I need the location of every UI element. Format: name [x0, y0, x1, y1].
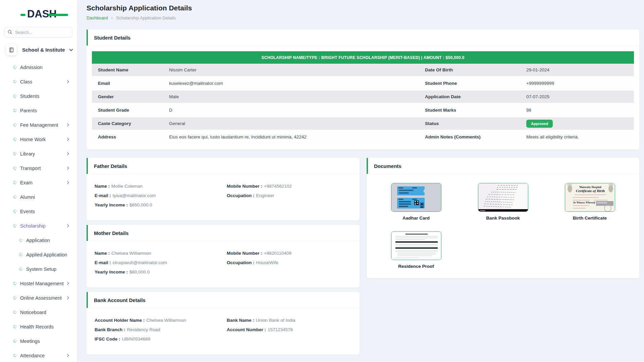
- sidebar-item[interactable]: Online Assessment: [0, 291, 77, 305]
- mother-occupation: HouseWife: [256, 260, 278, 265]
- bullet-ring-icon: [19, 253, 23, 256]
- bank-name: Union Bank of India: [256, 318, 296, 323]
- row-value: Meets all eligibility criteria.: [526, 134, 634, 139]
- table-row: Student Name Nissim Carter Date Of Birth…: [92, 64, 634, 77]
- sidebar-item[interactable]: Meetings: [0, 334, 77, 348]
- row-label: Status: [419, 121, 526, 126]
- sidebar-item[interactable]: Parents: [0, 103, 77, 118]
- residence-proof-thumbnail: [391, 231, 441, 260]
- bullet-ring-icon: [19, 238, 23, 242]
- row-value: Eius eos facere qui, Iusto laudantium re…: [169, 134, 419, 139]
- account-number: 1571234578: [268, 327, 293, 332]
- row-label: Student Grade: [92, 108, 169, 113]
- sidebar-item[interactable]: Attendance: [0, 348, 77, 362]
- bullet-ring-icon: [13, 123, 17, 127]
- bullet-ring-icon: [13, 339, 17, 343]
- row-value: 07-07-2025: [526, 94, 634, 99]
- father-mobile: +9874562102: [264, 184, 292, 189]
- row-label: Admin Notes (Comments): [419, 134, 526, 139]
- ifsc-code: UBIN0534689: [122, 337, 151, 342]
- mother-email: ciruqowuh@mailinator.com: [113, 260, 167, 265]
- sidebar-section-label: School & Institute: [22, 47, 65, 53]
- document-label: Aadhar Card: [402, 216, 430, 221]
- chevron-right-icon: [66, 123, 69, 127]
- card-title: Bank Account Details: [87, 292, 360, 308]
- table-row: Email kuxelexez@mailinator.com Student P…: [92, 77, 634, 90]
- mother-details-card: Mother Details Name :Chelsea Williamson …: [87, 225, 360, 288]
- sidebar-item[interactable]: Class: [0, 74, 77, 89]
- father-email: tywa@mailinator.com: [113, 193, 156, 198]
- chevron-right-icon: [66, 224, 69, 228]
- breadcrumb: Dashboard › Scholarship Application Deta…: [87, 15, 639, 20]
- sidebar-item[interactable]: Exam: [0, 175, 77, 190]
- sidebar-item[interactable]: Scholarship: [0, 219, 77, 233]
- breadcrumb-dashboard-link[interactable]: Dashboard: [87, 15, 108, 20]
- bullet-ring-icon: [13, 166, 17, 170]
- row-value: Nissim Carter: [169, 67, 419, 72]
- row-label: Student Phone: [419, 81, 526, 86]
- sidebar-item[interactable]: System Setup: [0, 262, 77, 276]
- father-details-card: Father Details Name :Mollie Coleman E-ma…: [87, 158, 360, 221]
- logo-dash-icon: [48, 14, 68, 16]
- bullet-ring-icon: [19, 267, 23, 271]
- bank-account-details-card: Bank Account Details Account Holder Name…: [87, 292, 360, 355]
- document-label: Birth Certificate: [573, 216, 607, 221]
- chevron-right-icon: [66, 296, 69, 300]
- aadhar-card-thumbnail: [391, 183, 441, 212]
- sidebar-item[interactable]: Health Records: [0, 319, 77, 334]
- sidebar-item[interactable]: Fee Management: [0, 118, 77, 132]
- sidebar-item[interactable]: Home Work: [0, 132, 77, 146]
- bullet-ring-icon: [13, 137, 17, 141]
- row-label: Email: [92, 81, 169, 86]
- card-title: Student Details: [87, 29, 639, 46]
- svg-text:In Witness Whereof: In Witness Whereof: [573, 201, 596, 204]
- status-badge: Approved: [526, 120, 553, 128]
- card-title: Documents: [367, 158, 639, 174]
- row-label: Student Marks: [419, 108, 526, 113]
- row-value: Male: [169, 94, 419, 99]
- document-birth-certificate[interactable]: Maternity Hospital Certificate of Birth: [565, 183, 615, 221]
- row-label: Date Of Birth: [419, 67, 526, 72]
- document-label: Residence Proof: [398, 264, 434, 269]
- document-label: Bank Passbook: [486, 216, 520, 221]
- sidebar-item[interactable]: Transport: [0, 161, 77, 175]
- card-title: Father Details: [87, 158, 360, 174]
- sidebar-section-school-institute[interactable]: School & Institute: [6, 44, 72, 55]
- table-row: Caste Category General Status Approved: [92, 117, 634, 131]
- sidebar-item[interactable]: Application: [0, 233, 77, 247]
- sidebar-item[interactable]: Hostel Management: [0, 276, 77, 291]
- bullet-ring-icon: [13, 195, 17, 199]
- notebook-icon: [6, 44, 17, 55]
- sidebar-item[interactable]: Events: [0, 204, 77, 219]
- documents-card: Documents: [367, 158, 639, 278]
- sidebar-item[interactable]: Students: [0, 89, 77, 103]
- sidebar-item[interactable]: Admission: [0, 60, 77, 74]
- father-occupation: Engineer: [256, 193, 274, 198]
- row-label: Address: [92, 134, 169, 139]
- sidebar-item[interactable]: Noticeboard: [0, 305, 77, 319]
- sidebar-item[interactable]: Library: [0, 146, 77, 161]
- sidebar: DASH School & Institute Admission: [0, 0, 77, 362]
- bullet-ring-icon: [13, 282, 17, 285]
- document-bank-passbook[interactable]: Bank Passbook: [478, 183, 528, 221]
- chevron-right-icon: [66, 152, 69, 156]
- document-residence-proof[interactable]: Residence Proof: [391, 231, 441, 269]
- chevron-right-icon: [66, 138, 69, 141]
- sidebar-item[interactable]: Alumni: [0, 190, 77, 204]
- main-content: Scholarship Application Details Dashboar…: [77, 0, 644, 355]
- chevron-right-icon: [66, 282, 69, 285]
- row-label: Application Date: [419, 94, 526, 99]
- scholarship-banner: SCHOLARSHIP NAME/TYPE : BRIGHT FUTURE SC…: [92, 51, 634, 64]
- app-logo[interactable]: DASH: [20, 8, 57, 20]
- svg-text:Maternity Hospital: Maternity Hospital: [579, 186, 601, 189]
- sidebar-item[interactable]: Applied Application: [0, 247, 77, 262]
- document-aadhar-card[interactable]: Aadhar Card: [391, 183, 441, 221]
- chevron-right-icon: [66, 167, 69, 170]
- student-details-table: Student Name Nissim Carter Date Of Birth…: [92, 64, 634, 144]
- row-value: kuxelexez@mailinator.com: [169, 81, 419, 86]
- row-value: 98: [526, 108, 634, 113]
- bank-branch: Residency Road: [127, 327, 160, 332]
- bank-passbook-thumbnail: [478, 183, 528, 212]
- search-input[interactable]: [4, 27, 72, 38]
- chevron-right-icon: [66, 80, 69, 83]
